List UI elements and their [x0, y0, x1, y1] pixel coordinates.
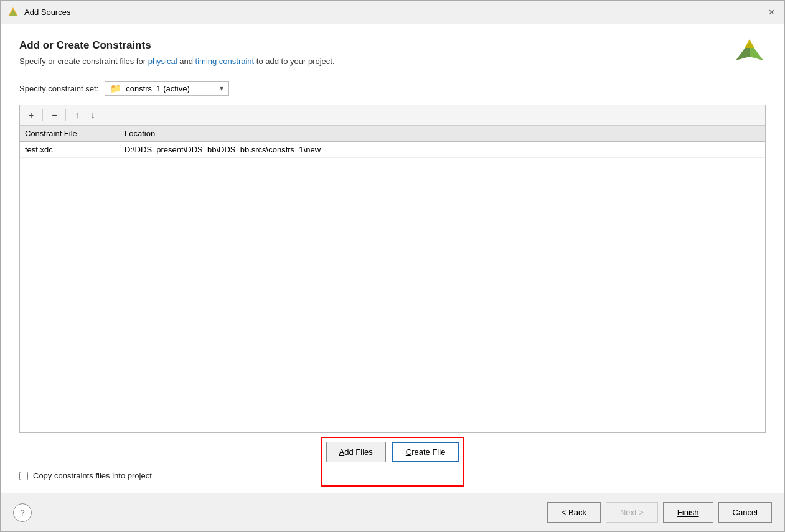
constraint-set-row: Specify constraint set: 📁 constrs_1 (act… [19, 81, 766, 96]
svg-marker-4 [745, 39, 754, 48]
create-file-button[interactable]: Create File [392, 442, 459, 462]
toolbar: + − ↑ ↓ [20, 105, 765, 126]
plus-icon: + [29, 110, 34, 120]
folder-icon: 📁 [110, 83, 121, 93]
next-button[interactable]: Next > [606, 502, 658, 523]
dialog: Add Sources × Add or Create Constraints … [0, 0, 785, 532]
move-up-button[interactable]: ↑ [70, 108, 84, 123]
table-header: Constraint File Location [20, 126, 765, 142]
title-bar: Add Sources × [1, 1, 784, 24]
cancel-button[interactable]: Cancel [718, 502, 772, 523]
dialog-title: Add Sources [24, 7, 70, 17]
page-subtitle: Specify or create constraint files for p… [19, 57, 766, 66]
add-files-button[interactable]: Add Files [326, 442, 386, 462]
vivado-logo [733, 37, 766, 69]
footer-right: < Back Next > Finish Cancel [547, 502, 772, 523]
cell-file: test.xdc [25, 145, 125, 154]
create-file-label: Create File [406, 447, 446, 457]
cell-location: D:\DDS_present\DDS_bb\DDS_bb.srcs\constr… [125, 145, 760, 154]
copy-row: Copy constraints files into project [19, 471, 766, 480]
cancel-label: Cancel [733, 508, 758, 517]
close-button[interactable]: × [765, 6, 778, 19]
arrow-down-icon: ↓ [90, 110, 95, 120]
constraint-set-label: Specify constraint set: [19, 84, 98, 93]
add-row-button[interactable]: + [24, 108, 39, 123]
constraint-table-container: + − ↑ ↓ Constraint File Location [19, 105, 766, 433]
col-header-file: Constraint File [25, 129, 125, 138]
minus-icon: − [52, 110, 57, 120]
constraint-set-value: constrs_1 (active) [126, 84, 215, 93]
constraint-set-dropdown[interactable]: 📁 constrs_1 (active) ▾ [105, 81, 229, 96]
help-button[interactable]: ? [13, 503, 32, 522]
back-label: < Back [562, 508, 586, 517]
back-button[interactable]: < Back [547, 502, 601, 523]
copy-constraints-label: Copy constraints files into project [33, 471, 152, 480]
page-title: Add or Create Constraints [19, 39, 766, 52]
arrow-up-icon: ↑ [75, 110, 79, 120]
subtitle-physical: physical [148, 57, 177, 66]
move-down-button[interactable]: ↓ [85, 108, 100, 123]
toolbar-separator-2 [65, 109, 66, 121]
toolbar-separator-1 [42, 109, 43, 121]
finish-button[interactable]: Finish [663, 502, 713, 523]
table-body: test.xdc D:\DDS_present\DDS_bb\DDS_bb.sr… [20, 142, 765, 432]
app-logo [7, 6, 19, 19]
col-header-location: Location [125, 129, 760, 138]
logo-corner [733, 37, 766, 71]
next-label: Next > [620, 508, 644, 517]
footer: ? < Back Next > Finish Cancel [1, 493, 784, 531]
finish-label: Finish [677, 508, 699, 517]
content-area: Add or Create Constraints Specify or cre… [1, 24, 784, 493]
footer-left: ? [13, 503, 32, 522]
subtitle-timing: timing constraint [195, 57, 255, 66]
title-bar-left: Add Sources [7, 6, 70, 19]
dropdown-arrow-icon: ▾ [220, 84, 223, 93]
remove-row-button[interactable]: − [47, 108, 62, 123]
bottom-buttons: Add Files Create File [19, 442, 766, 462]
copy-constraints-checkbox[interactable] [19, 472, 28, 480]
add-files-label: Add Files [339, 447, 373, 457]
table-row[interactable]: test.xdc D:\DDS_present\DDS_bb\DDS_bb.sr… [20, 142, 765, 158]
